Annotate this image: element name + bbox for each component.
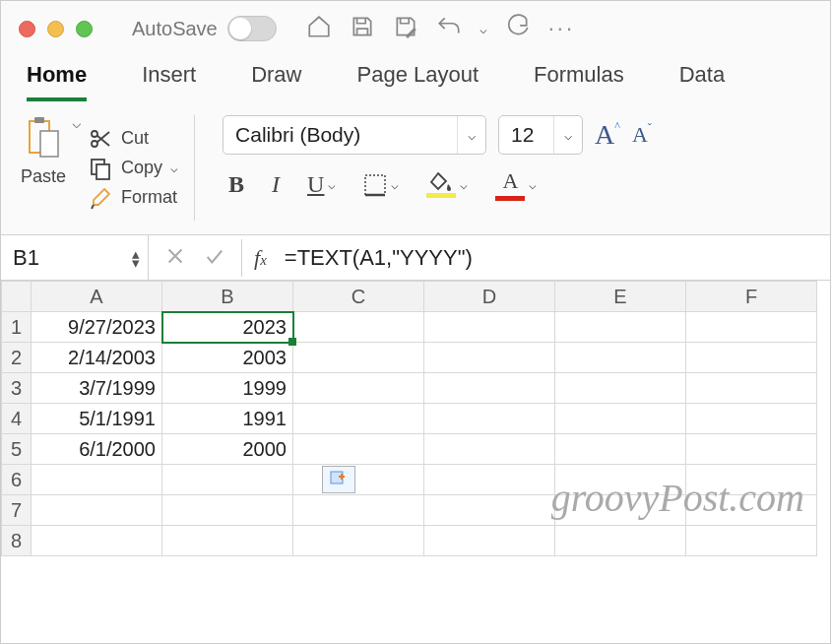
cell-D8[interactable]	[424, 526, 555, 556]
col-header-E[interactable]: E	[555, 282, 686, 312]
minimize-window-icon[interactable]	[47, 21, 64, 37]
more-icon[interactable]: ···	[548, 16, 575, 41]
cell-F2[interactable]	[686, 343, 817, 373]
row-header-2[interactable]: 2	[2, 343, 32, 373]
cell-C6[interactable]	[293, 465, 424, 495]
cancel-formula-icon[interactable]	[164, 245, 186, 271]
paste-menu-chevron-icon[interactable]: ⌵	[72, 111, 82, 225]
cell-A8[interactable]	[32, 526, 162, 556]
undo-icon[interactable]	[436, 14, 462, 43]
cell-A3[interactable]: 3/7/1999	[32, 373, 162, 404]
cut-button[interactable]: Cut	[88, 127, 178, 151]
cell-C4[interactable]	[293, 404, 424, 434]
cell-B4[interactable]: 1991	[162, 404, 293, 434]
cell-F4[interactable]	[686, 404, 817, 434]
cell-D7[interactable]	[424, 495, 555, 526]
cell-B6[interactable]	[162, 465, 293, 495]
cell-D1[interactable]	[424, 312, 555, 343]
font-color-button[interactable]: A ⌵	[495, 168, 537, 201]
autosave-toggle[interactable]	[227, 16, 277, 41]
save-icon[interactable]	[350, 14, 375, 43]
cell-A7[interactable]	[32, 495, 162, 526]
cell-C8[interactable]	[293, 526, 424, 556]
tab-home[interactable]: Home	[27, 62, 87, 101]
select-all-corner[interactable]	[2, 282, 32, 312]
cell-E2[interactable]	[555, 343, 686, 373]
cell-F8[interactable]	[686, 526, 817, 556]
cell-D4[interactable]	[424, 404, 555, 434]
cell-B8[interactable]	[162, 526, 293, 556]
col-header-C[interactable]: C	[293, 282, 424, 312]
cell-A1[interactable]: 9/27/2023	[32, 312, 162, 343]
row-header-7[interactable]: 7	[2, 495, 32, 526]
col-header-B[interactable]: B	[162, 282, 293, 312]
row-header-3[interactable]: 3	[2, 373, 32, 404]
tab-page-layout[interactable]: Page Layout	[357, 62, 479, 101]
row-header-4[interactable]: 4	[2, 404, 32, 434]
home-icon[interactable]	[306, 14, 332, 43]
cell-C3[interactable]	[293, 373, 424, 404]
bold-button[interactable]: B	[228, 171, 244, 198]
cell-B1[interactable]: 2023	[162, 312, 293, 343]
cell-C5[interactable]	[293, 434, 424, 465]
autofill-options-icon[interactable]	[322, 466, 355, 493]
paste-button[interactable]: Paste	[15, 111, 72, 225]
cell-D3[interactable]	[424, 373, 555, 404]
tab-draw[interactable]: Draw	[251, 62, 301, 101]
format-painter-button[interactable]: Format	[88, 186, 178, 210]
cell-F5[interactable]	[686, 434, 817, 465]
cell-A6[interactable]	[32, 465, 162, 495]
col-header-A[interactable]: A	[32, 282, 162, 312]
cell-F1[interactable]	[686, 312, 817, 343]
cell-C7[interactable]	[293, 495, 424, 526]
fx-icon[interactable]: fx	[241, 239, 279, 277]
col-header-D[interactable]: D	[424, 282, 555, 312]
increase-font-icon[interactable]: A^	[595, 119, 620, 151]
cell-C1[interactable]	[293, 312, 424, 343]
cell-D5[interactable]	[424, 434, 555, 465]
row-header-1[interactable]: 1	[2, 312, 32, 343]
close-window-icon[interactable]	[19, 21, 35, 37]
borders-button[interactable]: ⌵	[363, 173, 399, 197]
copy-button[interactable]: Copy ⌵	[88, 157, 178, 180]
cell-F3[interactable]	[686, 373, 817, 404]
enter-formula-icon[interactable]	[204, 245, 225, 271]
font-size-dropdown[interactable]: 12 ⌵	[498, 115, 583, 155]
cell-E1[interactable]	[555, 312, 686, 343]
formula-input[interactable]: =TEXT(A1,"YYYY")	[279, 245, 830, 271]
font-name-dropdown[interactable]: Calibri (Body) ⌵	[223, 115, 486, 155]
cell-A5[interactable]: 6/1/2000	[32, 434, 162, 465]
autosave-control[interactable]: AutoSave	[132, 16, 277, 41]
name-box[interactable]: B1 ▴▾	[1, 235, 149, 280]
row-header-6[interactable]: 6	[2, 465, 32, 495]
name-box-stepper[interactable]: ▴▾	[132, 249, 140, 267]
undo-menu-chevron-icon[interactable]: ⌵	[479, 22, 487, 36]
tab-formulas[interactable]: Formulas	[534, 62, 624, 101]
tab-insert[interactable]: Insert	[142, 62, 196, 101]
underline-button[interactable]: U⌵	[307, 171, 336, 198]
italic-button[interactable]: I	[272, 171, 280, 198]
cell-B7[interactable]	[162, 495, 293, 526]
cell-E8[interactable]	[555, 526, 686, 556]
redo-icon[interactable]	[505, 14, 531, 43]
row-header-8[interactable]: 8	[2, 526, 32, 556]
col-header-F[interactable]: F	[686, 282, 817, 312]
decrease-font-icon[interactable]: Aˇ	[632, 122, 652, 148]
cell-A4[interactable]: 5/1/1991	[32, 404, 162, 434]
fill-color-button[interactable]: ⌵	[426, 171, 468, 198]
cell-D2[interactable]	[424, 343, 555, 373]
cell-E3[interactable]	[555, 373, 686, 404]
save-edit-icon[interactable]	[393, 14, 418, 43]
cell-E4[interactable]	[555, 404, 686, 434]
cell-B2[interactable]: 2003	[162, 343, 293, 373]
cell-C2[interactable]	[293, 343, 424, 373]
copy-menu-chevron-icon[interactable]: ⌵	[170, 161, 178, 175]
zoom-window-icon[interactable]	[76, 21, 93, 37]
cell-E5[interactable]	[555, 434, 686, 465]
cell-D6[interactable]	[424, 465, 555, 495]
cell-B5[interactable]: 2000	[162, 434, 293, 465]
tab-data[interactable]: Data	[679, 62, 725, 101]
cell-B3[interactable]: 1999	[162, 373, 293, 404]
row-header-5[interactable]: 5	[2, 434, 32, 465]
cell-A2[interactable]: 2/14/2003	[32, 343, 162, 373]
